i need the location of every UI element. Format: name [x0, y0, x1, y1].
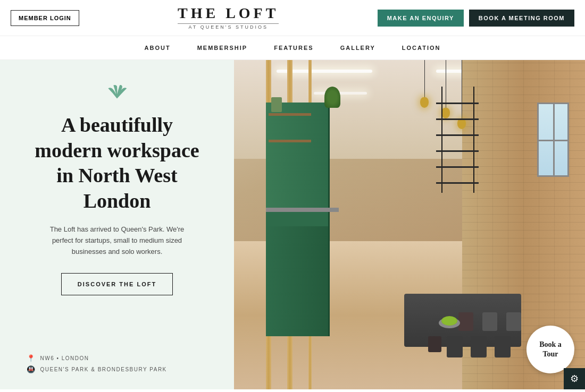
kitchen-cabinets	[266, 103, 330, 336]
step-3	[436, 134, 479, 136]
light-bulb-1	[420, 97, 429, 108]
tube-icon: 🚇	[27, 365, 36, 373]
member-login-button[interactable]: MEMBER LOGIN	[11, 10, 79, 26]
location-row-city: 📍 NW6 • LONDON	[27, 354, 89, 362]
hero-text-content: A beautifully modern workspace in North …	[27, 81, 207, 295]
logo: THE LOFT AT QUEEN'S STUDIOS	[178, 5, 279, 30]
hanging-light-1	[420, 60, 429, 108]
hero-image-panel: Book a Tour ⚙	[234, 60, 585, 389]
window-vertical-bar	[553, 104, 555, 175]
kitchen-counter	[266, 208, 339, 212]
logo-title: THE LOFT	[178, 5, 279, 22]
shelf-plant-1	[271, 97, 282, 112]
book-tour-button[interactable]: Book a Tour	[526, 326, 574, 373]
nav-item-features[interactable]: FEATURES	[274, 45, 313, 51]
staircase	[436, 87, 479, 193]
chair-4	[506, 312, 521, 331]
window	[537, 103, 569, 177]
plant-shelf	[324, 87, 340, 108]
step-4	[436, 150, 479, 152]
header: MEMBER LOGIN THE LOFT AT QUEEN'S STUDIOS…	[0, 0, 585, 36]
chair-3	[447, 336, 463, 357]
header-actions: MAKE AN ENQUIRY BOOK A MEETING ROOM	[378, 10, 574, 27]
shelf-2	[269, 140, 311, 142]
nav-item-membership[interactable]: MEMBERSHIP	[197, 45, 248, 51]
location-info: 📍 NW6 • LONDON 🚇 QUEEN'S PARK & BRONDESB…	[27, 354, 207, 373]
chair-2	[471, 336, 487, 357]
hero-left-panel: A beautifully modern workspace in North …	[0, 60, 234, 389]
chair-1	[495, 336, 511, 357]
discover-button[interactable]: DISCOVER THE LOFT	[61, 273, 173, 295]
meeting-room-button[interactable]: BOOK A MEETING ROOM	[469, 10, 574, 27]
settings-gear-button[interactable]: ⚙	[564, 368, 585, 389]
light-cord-1	[424, 60, 425, 97]
hero-title: A beautifully modern workspace in North …	[27, 113, 207, 214]
logo-subtitle: AT QUEEN'S STUDIOS	[178, 25, 279, 30]
main-nav: ABOUT MEMBERSHIP FEATURES GALLERY LOCATI…	[0, 36, 585, 60]
location-city-text: NW6 • LONDON	[40, 355, 89, 361]
enquiry-button[interactable]: MAKE AN ENQUIRY	[378, 10, 464, 27]
nav-item-gallery[interactable]: GALLERY	[340, 45, 375, 51]
nav-item-about[interactable]: ABOUT	[145, 45, 171, 51]
fan-icon	[104, 81, 130, 102]
location-pin-icon: 📍	[27, 354, 36, 362]
location-park-text: QUEEN'S PARK & BRONDESBURY PARK	[40, 367, 167, 372]
chair-5	[482, 312, 497, 331]
step-1	[436, 103, 479, 104]
kitchen-lower	[266, 226, 328, 336]
kitchen-upper	[266, 103, 328, 208]
nav-item-location[interactable]: LOCATION	[402, 45, 441, 51]
interior-background: Book a Tour ⚙	[234, 60, 585, 389]
hero-subtitle: The Loft has arrived to Queen's Park. We…	[43, 224, 191, 257]
fruits	[441, 316, 457, 326]
ceiling-light-3	[314, 92, 367, 95]
location-row-park: 🚇 QUEEN'S PARK & BRONDESBURY PARK	[27, 365, 167, 373]
shelf-1	[269, 113, 311, 116]
chair-6	[458, 312, 473, 331]
main-content: A beautifully modern workspace in North …	[0, 60, 585, 389]
gear-icon: ⚙	[570, 373, 579, 385]
step-2	[436, 118, 479, 120]
chair-7	[428, 336, 441, 352]
book-tour-text: Book a Tour	[539, 340, 562, 359]
step-5	[436, 166, 479, 168]
step-6	[436, 182, 479, 184]
